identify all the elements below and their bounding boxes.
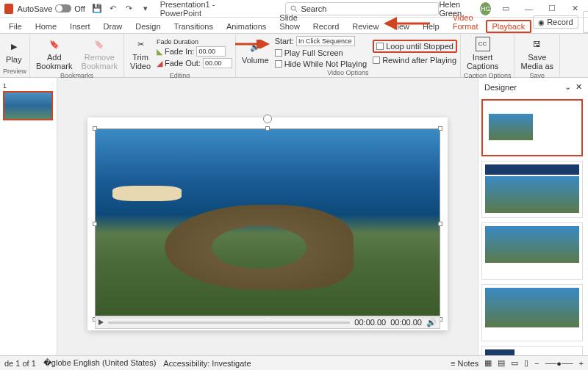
- video-content: [112, 186, 182, 201]
- tab-transitions[interactable]: Transitions: [168, 20, 219, 33]
- view-reading-icon[interactable]: ▭: [511, 358, 518, 368]
- tab-insert[interactable]: Insert: [64, 20, 96, 33]
- view-normal-icon[interactable]: ▦: [484, 358, 492, 368]
- tab-file[interactable]: File: [3, 20, 28, 33]
- group-save: Save: [517, 72, 556, 80]
- resize-handle[interactable]: [438, 126, 442, 131]
- tab-slideshow[interactable]: Slide Show: [273, 11, 306, 33]
- loop-until-stopped-checkbox[interactable]: Loop until Stopped: [373, 40, 457, 53]
- zoom-slider[interactable]: ──●──: [545, 359, 573, 368]
- slide-thumbnail-panel: 1: [0, 78, 57, 370]
- resize-handle[interactable]: [93, 222, 97, 226]
- undo-icon[interactable]: ↶: [107, 3, 119, 15]
- record-button[interactable]: ◉ Record: [533, 15, 578, 29]
- tab-review[interactable]: Review: [346, 20, 384, 33]
- tab-record[interactable]: Record: [307, 20, 345, 33]
- status-bar: de 1 of 1 �globe English (United States)…: [0, 355, 588, 370]
- rewind-after-playing-checkbox[interactable]: Rewind after Playing: [373, 56, 457, 65]
- designer-title: Designer: [484, 83, 517, 92]
- checkbox-icon: [275, 49, 282, 57]
- language-status[interactable]: �globe English (United States): [43, 358, 156, 368]
- rotate-handle-icon[interactable]: [263, 115, 272, 123]
- redo-icon[interactable]: ↷: [123, 3, 135, 15]
- player-time-total: 00:00.00: [390, 318, 422, 327]
- zoom-in-icon[interactable]: +: [579, 359, 584, 368]
- slide-canvas[interactable]: 00:00.00 00:00.00 🔊: [57, 78, 478, 370]
- tab-help[interactable]: Help: [417, 20, 445, 33]
- tab-playback[interactable]: Playback: [486, 20, 532, 33]
- tab-home[interactable]: Home: [29, 20, 62, 33]
- present-teams-button[interactable]: ▦ Present in Teams: [583, 11, 588, 33]
- checkbox-icon: [275, 60, 282, 68]
- ribbon-options-icon[interactable]: ▭: [497, 2, 514, 15]
- resize-handle[interactable]: [265, 126, 270, 131]
- designer-close-icon[interactable]: ✕: [576, 82, 582, 92]
- volume-button[interactable]: 🔊Volume: [239, 38, 272, 66]
- designer-pane: Designer ⌄✕: [478, 78, 588, 370]
- design-idea-4[interactable]: [481, 284, 583, 341]
- resize-handle[interactable]: [438, 222, 442, 226]
- fadein-input[interactable]: 00.00: [196, 46, 226, 57]
- slide-counter: de 1 of 1: [4, 359, 36, 368]
- view-sorter-icon[interactable]: ▤: [498, 358, 505, 368]
- powerpoint-icon: [4, 4, 13, 14]
- group-preview: Preview: [3, 68, 26, 76]
- fadein-icon: ◣: [157, 47, 162, 57]
- play-fullscreen-checkbox[interactable]: Play Full Screen: [275, 48, 368, 57]
- designer-expand-icon[interactable]: ⌄: [564, 82, 571, 92]
- fadeout-label: Fade Out:: [165, 59, 201, 68]
- checkbox-icon: [373, 57, 380, 64]
- add-bookmark-button[interactable]: 🔖Add Bookmark: [33, 35, 76, 72]
- insert-captions-button[interactable]: CCInsert Captions: [464, 35, 501, 72]
- video-object[interactable]: [95, 128, 440, 319]
- fadeout-input[interactable]: 00.00: [203, 58, 232, 68]
- bookmark-add-icon: 🔖: [47, 37, 62, 51]
- play-icon: ▶: [7, 39, 21, 54]
- player-volume-icon[interactable]: 🔊: [426, 318, 437, 327]
- save-media-button[interactable]: 🖫Save Media as: [517, 35, 556, 72]
- fadeout-icon: ◢: [157, 59, 162, 68]
- toggle-off-icon[interactable]: [55, 4, 71, 12]
- tab-design[interactable]: Design: [129, 20, 166, 33]
- search-input[interactable]: Search: [285, 2, 439, 15]
- player-play-icon[interactable]: [98, 319, 104, 325]
- player-progress[interactable]: [108, 322, 350, 324]
- document-title: Presentation1 - PowerPoint: [160, 0, 242, 18]
- play-button[interactable]: ▶Play: [3, 37, 24, 65]
- trim-icon: ✂: [133, 37, 148, 51]
- resize-handle[interactable]: [93, 126, 97, 131]
- video-content: [165, 205, 354, 290]
- slide-number: 1: [3, 82, 54, 90]
- zoom-out-icon[interactable]: −: [534, 359, 539, 368]
- accessibility-status[interactable]: Accessibility: Investigate: [163, 359, 251, 368]
- tab-view[interactable]: View: [386, 20, 415, 33]
- tab-video-format[interactable]: Video Format: [447, 11, 484, 33]
- save-media-icon: 🖫: [530, 37, 545, 51]
- design-idea-3[interactable]: [481, 222, 583, 280]
- tab-animations[interactable]: Animations: [220, 20, 272, 33]
- hide-not-playing-checkbox[interactable]: Hide While Not Playing: [275, 59, 368, 68]
- group-video-options: Video Options: [239, 69, 457, 77]
- slide: 00:00.00 00:00.00 🔊: [87, 117, 448, 330]
- slide-thumbnail-1[interactable]: [3, 91, 53, 120]
- qat-more-icon[interactable]: ▾: [140, 3, 151, 15]
- player-time-current: 00:00.00: [354, 318, 386, 327]
- checkbox-icon: [376, 43, 384, 50]
- notes-button[interactable]: ≡ Notes: [451, 359, 478, 368]
- video-player-bar: 00:00.00 00:00.00 🔊: [95, 316, 440, 329]
- trim-video-button[interactable]: ✂Trim Video: [127, 35, 154, 72]
- bookmark-remove-icon: 🔖: [92, 37, 107, 51]
- start-label: Start:: [275, 37, 294, 46]
- start-dropdown[interactable]: In Click Sequence: [296, 36, 355, 46]
- tab-draw[interactable]: Draw: [98, 20, 129, 33]
- remove-bookmark-button[interactable]: 🔖Remove Bookmark: [79, 35, 121, 72]
- save-icon[interactable]: 💾: [91, 3, 103, 15]
- view-slideshow-icon[interactable]: ▯: [524, 358, 528, 368]
- autosave-label: AutoSave: [18, 4, 53, 13]
- autosave-toggle[interactable]: AutoSave Off: [18, 4, 85, 13]
- volume-icon: 🔊: [248, 40, 262, 54]
- design-idea-1[interactable]: [481, 99, 583, 156]
- design-idea-2[interactable]: [481, 161, 583, 218]
- captions-icon: CC: [476, 37, 490, 51]
- autosave-state: Off: [74, 4, 85, 13]
